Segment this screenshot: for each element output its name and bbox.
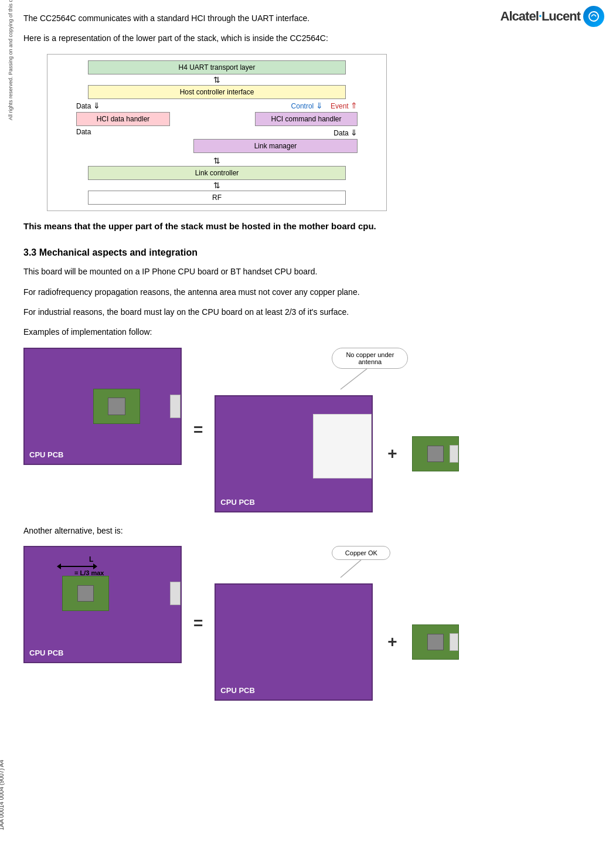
pcb-box-right-1: CPU PCB: [215, 395, 373, 512]
diag-hci-row: HCI data handler HCI command handler: [76, 112, 358, 126]
paragraph-7: Another alternative, best is:: [23, 524, 604, 537]
sidebar-text: All rights reserved. Passing on and copy…: [8, 0, 13, 120]
diag-arrow-1: ⇅: [213, 75, 220, 84]
cpu-pcb-label-1: CPU PCB: [29, 450, 64, 459]
diag-link-manager-row: Link manager: [76, 139, 358, 153]
diag-link-manager: Link manager: [193, 139, 358, 153]
diag-hci: Host controller interface: [88, 85, 346, 99]
logo-text: Alcatel·Lucent: [501, 9, 580, 24]
small-connector-2: [450, 633, 458, 651]
callout-bubble-2: Copper OK: [332, 546, 390, 560]
diag-hci-data-handler: HCI data handler: [76, 112, 170, 126]
cpu-pcb-label-4: CPU PCB: [220, 686, 255, 695]
logo-area: Alcatel·Lucent: [501, 6, 604, 27]
data-label-2: Data: [76, 128, 91, 137]
no-copper-area: [313, 414, 372, 478]
diag-rf: RF: [88, 191, 346, 205]
right-side-1: No copper under antenna CPU PCB +: [215, 348, 458, 512]
paragraph-5: For industrial reasons, the board must l…: [23, 305, 604, 318]
l3max-text: = L/3 max: [74, 569, 104, 576]
plus-sign-2: +: [382, 633, 403, 651]
paragraph-2: Here is a representation of the lower pa…: [23, 32, 604, 45]
callout-line-1: [329, 369, 376, 392]
section-heading-3-3: 3.3 Mechanical aspects and integration: [23, 247, 604, 258]
l-text: L: [89, 555, 93, 563]
pcb-section-1: CPU PCB = No copper under antenna: [23, 348, 604, 512]
small-module-1: [412, 436, 459, 471]
callout-bubble-1: No copper under antenna: [332, 348, 408, 369]
callout-area-2: Copper OK: [332, 546, 390, 580]
pcb-module-1: [93, 389, 140, 424]
equals-sign-2: =: [188, 614, 209, 633]
plus-sign-1: +: [382, 444, 403, 463]
data-label-left: Data ⇓: [76, 101, 100, 110]
diag-arrow-3: ⇅: [213, 181, 220, 190]
main-content: The CC2564C communicates with a standard…: [23, 0, 604, 701]
pcb-connector-1: [170, 395, 181, 418]
diag-arrow-2: ⇅: [213, 156, 220, 165]
data-label-3: Data ⇓: [333, 128, 358, 137]
arrow-line: [61, 566, 93, 567]
callout-line-2: [332, 560, 367, 580]
stack-diagram: H4 UART transport layer ⇅ Host controlle…: [47, 54, 387, 211]
callout-area-1: No copper under antenna: [332, 348, 408, 392]
pcb-module-2: [62, 576, 109, 611]
arrow-right-head: [93, 563, 97, 569]
cpu-pcb-label-3: CPU PCB: [29, 649, 64, 657]
paragraph-6: Examples of implementation follow:: [23, 325, 604, 338]
small-chip-1: [427, 446, 444, 462]
diag-hci-command-handler: HCI command handler: [255, 112, 358, 126]
right-pcb-row-1: CPU PCB +: [215, 395, 458, 512]
pcb-chip-2: [77, 585, 94, 602]
right-pcb-row-2: CPU PCB +: [215, 583, 458, 701]
svg-point-0: [589, 12, 598, 21]
paragraph-3: This board will be mounted on a IP Phone…: [23, 265, 604, 278]
small-module-2: [412, 624, 459, 660]
right-side-2: Copper OK CPU PCB +: [215, 546, 458, 701]
control-label: Control ⇓: [291, 102, 323, 110]
logo-icon: [583, 6, 604, 27]
bold-statement: This means that the upper part of the st…: [23, 220, 604, 233]
data-arrows-row: Data Data ⇓: [76, 128, 358, 137]
pcb-connector-2: [170, 582, 181, 605]
svg-line-1: [341, 369, 367, 389]
event-label: Event ⇑: [331, 102, 358, 110]
diag-labels: Data ⇓ Control ⇓ Event ⇑: [76, 101, 358, 110]
diag-h4-uart: H4 UART transport layer: [88, 60, 346, 74]
document-label: 1AA 00014 0004 (9007) A4: [0, 760, 5, 830]
arrow-left-head: [57, 563, 61, 569]
cpu-pcb-label-2: CPU PCB: [220, 498, 255, 507]
pcb-box-right-2: CPU PCB: [215, 583, 373, 701]
l-measurement: [57, 563, 97, 569]
small-connector-1: [450, 445, 458, 463]
small-chip-2: [427, 634, 444, 650]
pcb-section-2: CPU PCB L = L/3 max = Co: [23, 546, 604, 701]
pcb-box-left-2: CPU PCB L = L/3 max: [23, 546, 182, 663]
svg-line-2: [341, 560, 361, 578]
pcb-box-left-1: CPU PCB: [23, 348, 182, 465]
paragraph-4: For radiofrequency propagation reasons, …: [23, 286, 604, 298]
diag-link-controller: Link controller: [88, 166, 346, 180]
pcb-chip-1: [108, 398, 125, 415]
equals-sign-1: =: [188, 420, 209, 439]
